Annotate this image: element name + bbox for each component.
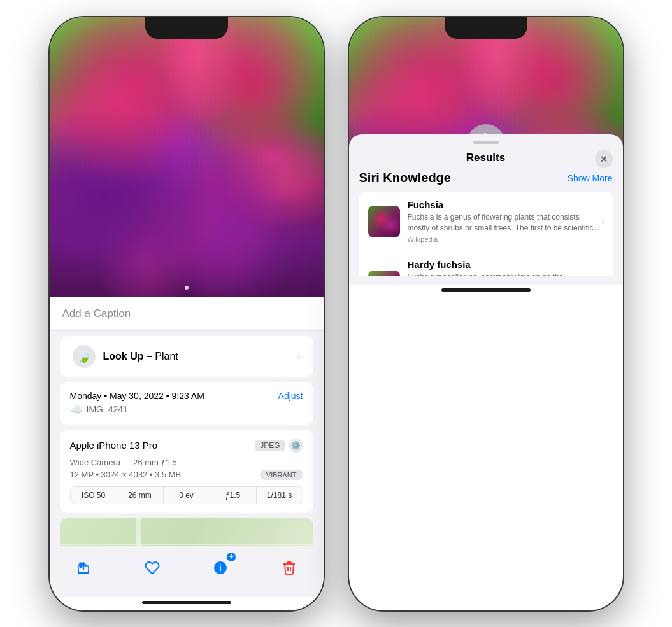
share-button[interactable] [69, 554, 97, 582]
fuchsia-thumb-image [368, 206, 400, 237]
sheet-drag-handle[interactable] [473, 141, 499, 144]
fuchsia-info: Fuchsia Fuchsia is a genus of flowering … [408, 199, 604, 243]
lookup-chevron-icon: › [297, 351, 301, 362]
sheet-header: Results ✕ [349, 151, 623, 171]
knowledge-card: Fuchsia Fuchsia is a genus of flowering … [359, 192, 613, 276]
lookup-row[interactable]: 🍃 Look Up – Plant › [60, 336, 313, 377]
sheet-close-button[interactable]: ✕ [595, 150, 613, 168]
device-name: Apple iPhone 13 Pro [70, 440, 158, 451]
format-badge: JPEG [255, 440, 285, 451]
like-button[interactable] [138, 554, 166, 582]
filename-text: IMG_4241 [87, 404, 128, 414]
left-phone-screen: Add a Caption 🍃 Look Up – Plant › Monday… [50, 17, 324, 610]
home-bar-left [142, 601, 231, 604]
fuchsia-desc: Fuchsia is a genus of flowering plants t… [408, 212, 604, 234]
fuchsia-source: Wikipedia [408, 236, 604, 243]
adjust-button[interactable]: Adjust [278, 391, 303, 401]
bottom-toolbar: i ✦ [50, 546, 324, 597]
meta-date-row: Monday • May 30, 2022 • 9:23 AM Adjust [70, 391, 303, 401]
right-phone-screen: 🍃 Results ✕ Siri Knowledge Show More [349, 17, 623, 610]
siri-knowledge-title: Siri Knowledge [359, 171, 451, 185]
home-bar-right [441, 288, 531, 292]
flower-overlay-left [50, 17, 324, 297]
meta-section: Monday • May 30, 2022 • 9:23 AM Adjust ☁… [60, 382, 313, 425]
photo-area-right: 🍃 Results ✕ Siri Knowledge Show More [349, 17, 623, 285]
results-sheet: Results ✕ Siri Knowledge Show More [349, 134, 623, 284]
exif-ev: 0 ev [164, 487, 210, 504]
results-content: Siri Knowledge Show More Fuchsia Fuchsia… [349, 171, 623, 276]
map-background [60, 518, 313, 546]
fuchsia-name: Fuchsia [408, 199, 604, 210]
exif-focal: 26 mm [117, 487, 164, 504]
hardy-thumbnail [368, 271, 400, 276]
leaf-icon: 🍃 [77, 349, 91, 363]
device-row: Apple iPhone 13 Pro JPEG ⚙️ [70, 439, 303, 453]
knowledge-item-fuchsia[interactable]: Fuchsia Fuchsia is a genus of flowering … [359, 192, 613, 251]
lookup-icon: 🍃 [73, 345, 96, 368]
device-section: Apple iPhone 13 Pro JPEG ⚙️ Wide Camera … [60, 430, 313, 513]
camera-detail: Wide Camera — 26 mm ƒ1.5 [70, 458, 303, 467]
map-section[interactable] [60, 518, 313, 546]
info-panel: Add a Caption 🍃 Look Up – Plant › Monday… [50, 297, 324, 546]
right-phone: 🍃 Results ✕ Siri Knowledge Show More [349, 17, 623, 610]
page-dot-indicator [185, 286, 189, 290]
lookup-label: Look Up – Plant [103, 351, 178, 362]
format-badges: JPEG ⚙️ [255, 439, 303, 453]
hardy-info: Hardy fuchsia Fuchsia magellanica, commo… [408, 259, 604, 276]
meta-date: Monday • May 30, 2022 • 9:23 AM [70, 391, 204, 401]
map-roads [60, 518, 313, 546]
svg-text:i: i [219, 563, 222, 573]
exif-shutter: 1/181 s [257, 487, 303, 504]
exif-iso: ISO 50 [71, 487, 117, 504]
cloud-icon: ☁️ [70, 404, 83, 416]
hardy-desc: Fuchsia magellanica, commonly known as t… [408, 272, 604, 276]
caption-placeholder[interactable]: Add a Caption [62, 307, 131, 320]
hardy-name: Hardy fuchsia [408, 259, 604, 270]
show-more-button[interactable]: Show More [568, 173, 613, 183]
siri-knowledge-header: Siri Knowledge Show More [359, 171, 613, 185]
hardy-thumb-image [368, 271, 400, 276]
delete-button[interactable] [275, 554, 303, 582]
exif-aperture: ƒ1.5 [210, 487, 257, 504]
photo-area-left[interactable] [50, 17, 324, 297]
meta-filename-row: ☁️ IMG_4241 [70, 404, 303, 416]
resolution-text: 12 MP • 3024 × 4032 • 3.5 MB [70, 470, 182, 479]
vibrant-badge: VIBRANT [260, 470, 303, 480]
fuchsia-chevron-icon: › [602, 216, 605, 227]
caption-area[interactable]: Add a Caption [50, 297, 324, 331]
fuchsia-thumbnail [368, 206, 400, 237]
gear-icon[interactable]: ⚙️ [289, 439, 303, 453]
knowledge-item-hardy[interactable]: Hardy fuchsia Fuchsia magellanica, commo… [359, 251, 613, 276]
sheet-title: Results [466, 151, 505, 164]
info-button[interactable]: i ✦ [206, 554, 234, 582]
resolution-row: 12 MP • 3024 × 4032 • 3.5 MB VIBRANT [70, 470, 303, 480]
exif-row: ISO 50 26 mm 0 ev ƒ1.5 1/181 s [70, 486, 303, 504]
info-badge: ✦ [227, 553, 236, 561]
left-phone: Add a Caption 🍃 Look Up – Plant › Monday… [50, 17, 324, 610]
